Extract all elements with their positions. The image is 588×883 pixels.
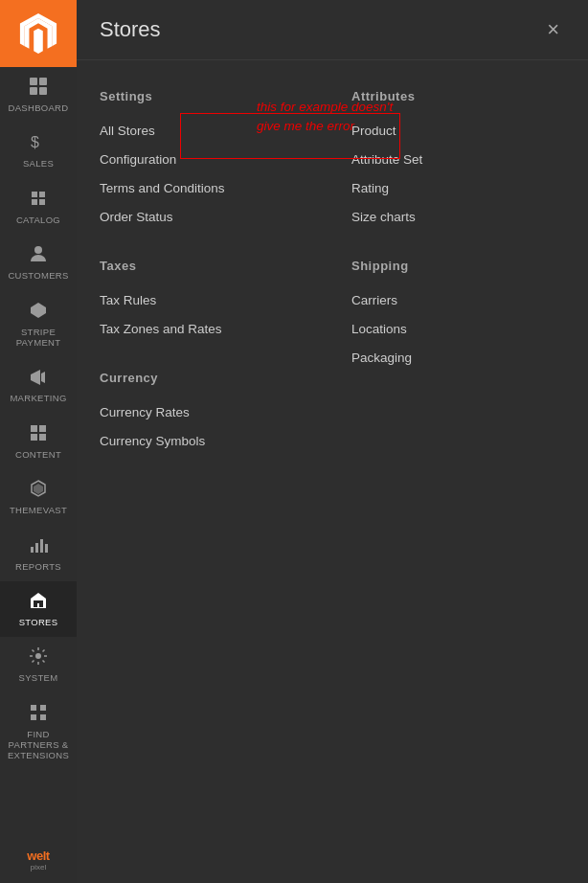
svg-rect-20 — [31, 714, 36, 720]
customers-icon — [29, 244, 48, 266]
welt-pixel-branding: welt pixel — [0, 837, 77, 883]
svg-rect-21 — [40, 714, 46, 720]
configuration-link[interactable]: Configuration — [100, 146, 313, 174]
svg-marker-12 — [34, 484, 43, 494]
svg-rect-16 — [45, 544, 48, 553]
svg-rect-15 — [40, 539, 43, 553]
left-column: Settings All Stores Configuration Terms … — [100, 79, 313, 862]
all-stores-link[interactable]: All Stores — [100, 117, 313, 146]
sidebar-item-catalog[interactable]: CATALOG — [0, 179, 77, 235]
sidebar-item-themevast[interactable]: THEMEVAST — [0, 469, 77, 525]
sidebar-item-label: FIND PARTNERS & EXTENSIONS — [4, 729, 73, 761]
sidebar-item-reports[interactable]: REPORTS — [0, 526, 77, 581]
currency-symbols-link[interactable]: Currency Symbols — [100, 427, 313, 456]
panel-content: Settings All Stores Configuration Terms … — [77, 60, 588, 881]
shipping-title: Shipping — [351, 259, 565, 273]
sidebar-item-label: THEMEVAST — [10, 505, 67, 515]
sidebar: DASHBOARD $ SALES CATALOG CUSTOMERS STRI… — [0, 0, 77, 883]
stores-icon — [29, 591, 48, 613]
tax-rules-link[interactable]: Tax Rules — [100, 286, 313, 315]
marketing-icon — [29, 367, 48, 389]
svg-rect-7 — [31, 425, 37, 432]
sidebar-item-dashboard[interactable]: DASHBOARD — [0, 67, 77, 123]
carriers-link[interactable]: Carriers — [351, 286, 565, 315]
svg-point-5 — [34, 246, 42, 254]
taxes-section: Taxes Tax Rules Tax Zones and Rates — [100, 259, 313, 344]
svg-rect-18 — [31, 705, 36, 711]
svg-rect-2 — [30, 87, 37, 95]
sidebar-item-label: STORES — [19, 617, 58, 627]
sidebar-item-stripe[interactable]: STRIPE PAYMENT — [0, 291, 77, 358]
sidebar-item-sales[interactable]: $ SALES — [0, 123, 77, 178]
order-status-link[interactable]: Order Status — [100, 203, 313, 232]
currency-title: Currency — [100, 371, 313, 385]
welt-logo: welt — [27, 849, 49, 863]
content-icon — [29, 423, 48, 445]
sidebar-item-stores[interactable]: STORES — [0, 581, 77, 637]
taxes-title: Taxes — [100, 259, 313, 273]
locations-link[interactable]: Locations — [351, 315, 565, 344]
svg-rect-14 — [35, 543, 38, 553]
settings-title: Settings — [100, 89, 313, 103]
svg-text:$: $ — [31, 134, 39, 150]
svg-rect-13 — [31, 547, 34, 553]
svg-point-17 — [35, 653, 41, 659]
panel-title: Stores — [100, 17, 161, 42]
sidebar-item-label: REPORTS — [15, 561, 61, 572]
svg-rect-19 — [40, 705, 46, 711]
close-button[interactable]: × — [541, 17, 565, 42]
svg-rect-10 — [39, 434, 46, 441]
system-icon — [29, 646, 48, 668]
svg-rect-3 — [39, 87, 47, 95]
sidebar-item-label: CUSTOMERS — [8, 270, 68, 281]
svg-rect-8 — [39, 425, 46, 432]
currency-section: Currency Currency Rates Currency Symbols — [100, 371, 313, 456]
svg-marker-6 — [31, 303, 46, 318]
extensions-icon — [29, 703, 48, 725]
sidebar-item-label: SALES — [23, 158, 54, 169]
stripe-icon — [29, 301, 48, 323]
sidebar-item-find-partners[interactable]: FIND PARTNERS & EXTENSIONS — [0, 693, 77, 771]
attribute-set-link[interactable]: Attribute Set — [351, 146, 565, 174]
sidebar-item-marketing[interactable]: MARKETING — [0, 357, 77, 413]
currency-rates-link[interactable]: Currency Rates — [100, 398, 313, 427]
sales-icon: $ — [29, 132, 48, 154]
sidebar-item-label: STRIPE PAYMENT — [4, 327, 73, 349]
tax-zones-link[interactable]: Tax Zones and Rates — [100, 315, 313, 344]
attributes-title: Attributes — [351, 89, 565, 103]
attributes-section: Attributes Product Attribute Set Rating … — [351, 89, 565, 232]
shipping-section: Shipping Carriers Locations Packaging — [351, 259, 565, 373]
sidebar-item-label: MARKETING — [10, 393, 66, 403]
product-link[interactable]: Product — [351, 117, 565, 146]
stores-panel: Stores × Settings All Stores Configurati… — [77, 0, 588, 883]
panel-header: Stores × — [77, 0, 588, 60]
size-charts-link[interactable]: Size charts — [351, 203, 565, 232]
sidebar-item-customers[interactable]: CUSTOMERS — [0, 235, 77, 290]
dashboard-icon — [29, 77, 48, 99]
sidebar-item-label: CATALOG — [16, 215, 60, 225]
catalog-icon — [29, 189, 48, 211]
settings-section: Settings All Stores Configuration Terms … — [100, 89, 313, 232]
themevast-icon — [29, 479, 48, 501]
welt-sub: pixel — [31, 863, 46, 872]
magento-logo[interactable] — [0, 0, 77, 67]
main-content: Stores × Settings All Stores Configurati… — [77, 0, 588, 883]
svg-rect-9 — [31, 434, 37, 441]
svg-rect-1 — [39, 78, 47, 85]
sidebar-item-label: DASHBOARD — [9, 102, 69, 113]
right-column: Attributes Product Attribute Set Rating … — [351, 79, 565, 862]
sidebar-item-label: SYSTEM — [19, 672, 58, 683]
sidebar-item-label: CONTENT — [15, 449, 61, 460]
terms-link[interactable]: Terms and Conditions — [100, 174, 313, 203]
sidebar-item-content[interactable]: CONTENT — [0, 414, 77, 469]
sidebar-item-system[interactable]: SYSTEM — [0, 637, 77, 692]
reports-icon — [29, 535, 48, 557]
rating-link[interactable]: Rating — [351, 174, 565, 203]
packaging-link[interactable]: Packaging — [351, 344, 565, 373]
svg-rect-0 — [30, 78, 37, 85]
